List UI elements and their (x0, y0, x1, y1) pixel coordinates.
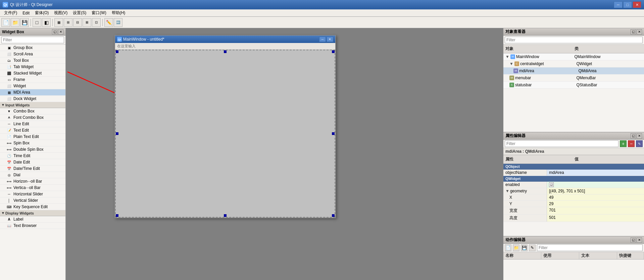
widget-item-double-spin-box[interactable]: ⟺ Double Spin Box (0, 146, 65, 153)
widget-item-dial[interactable]: ◎ Dial (0, 172, 65, 178)
toolbar-btn10[interactable]: ⊡ (92, 18, 101, 27)
widget-item-text-browser[interactable]: 📖 Text Browser (0, 223, 65, 229)
inspector-row-central[interactable]: ▼ C centralwidget QWidget (503, 60, 644, 67)
prop-row-geometry[interactable]: ▼ geometry [(49, 29), 701 x 501] (503, 188, 644, 194)
menu-help[interactable]: 帮助(H) (109, 9, 128, 16)
designer-canvas[interactable] (115, 50, 335, 218)
inspector-cell-mdi-class: QMdiArea (578, 68, 643, 74)
prop-value-y[interactable]: 29 (547, 201, 644, 207)
widget-item-date-edit[interactable]: 📅 Date Edit (0, 159, 65, 166)
widget-item-widget[interactable]: ⬜ Widget (0, 83, 65, 89)
qobject-label: QObject (505, 165, 520, 169)
widget-item-vscroll[interactable]: ⟺ Vertica···oll Bar (0, 185, 65, 191)
enabled-checkbox[interactable]: ☑ (549, 182, 554, 187)
toolbar-new[interactable]: 📄 (1, 18, 10, 27)
object-inspector-float[interactable]: ◱ (631, 29, 636, 35)
toolbar-btn6[interactable]: ▦ (54, 18, 63, 27)
prop-cat-qwidget[interactable]: QWidget (503, 176, 644, 182)
prop-cat-qobject[interactable]: QObject (503, 164, 644, 170)
menu-file[interactable]: 文件(F) (1, 9, 20, 16)
inspector-row-main[interactable]: ▼ M MainWindow QMainWindow (503, 53, 644, 60)
widget-item-label[interactable]: A Label (0, 216, 65, 223)
minimize-button[interactable]: ─ (614, 1, 623, 8)
widget-list: ▣ Group Box ⬜ Scroll Area 🗂 Tool Box 📑 T… (0, 45, 65, 280)
toolbar-btn8[interactable]: ⊟ (73, 18, 82, 27)
menu-edit[interactable]: Edit (20, 10, 32, 16)
action-editor-close[interactable]: ✕ (637, 237, 642, 243)
action-edit-btn[interactable]: ✎ (529, 244, 536, 251)
object-inspector-close[interactable]: ✕ (637, 29, 642, 35)
prop-row-height[interactable]: 高度 501 (503, 215, 644, 222)
action-open-btn[interactable]: 📁 (513, 244, 519, 251)
widget-item-hscroll[interactable]: ⟺ Horizon···oll Bar (0, 178, 65, 185)
prop-edit-button[interactable]: ✎ (636, 140, 643, 147)
prop-value-width[interactable]: 701 (547, 207, 644, 214)
widget-item-stacked-widget[interactable]: ⬛ Stacked Widget (0, 70, 65, 77)
prop-add-button[interactable]: + (620, 140, 627, 147)
menu-window[interactable]: 窗口(W) (89, 9, 109, 16)
prop-filter-input[interactable] (505, 140, 618, 147)
toolbar-btn9[interactable]: ⊠ (83, 18, 91, 27)
widget-item-plain-text-edit[interactable]: 📄 Plain Text Edit (0, 134, 65, 140)
widget-item-frame[interactable]: ▭ Frame (0, 77, 65, 83)
widget-item-vslider[interactable]: │ Vertical Slider (0, 197, 65, 204)
menu-form[interactable]: 窗体(O) (32, 9, 51, 16)
prop-row-enabled[interactable]: enabled ☑ (503, 182, 644, 188)
menu-view[interactable]: 视图(V) (51, 9, 70, 16)
menu-settings[interactable]: 设置(S) (70, 9, 89, 16)
prop-value-objectname[interactable]: mdiArea (547, 170, 644, 176)
widget-item-datetime-edit[interactable]: 📅 Date/Time Edit (0, 166, 65, 172)
action-editor-float[interactable]: ◱ (631, 237, 636, 243)
toolbar-save[interactable]: 💾 (20, 18, 29, 27)
toolbar-btn5[interactable]: ◧ (42, 18, 51, 27)
property-editor-close[interactable]: ✕ (637, 133, 642, 139)
inspector-row-mdi[interactable]: M mdiArea QMdiArea (503, 67, 644, 75)
toolbar-btn4[interactable]: □ (33, 18, 41, 27)
widget-item-spin-box[interactable]: ⟺ Spin Box (0, 140, 65, 146)
prop-value-x[interactable]: 49 (547, 194, 644, 200)
prop-name-geometry: ▼ geometry (503, 188, 547, 194)
prop-value-enabled[interactable]: ☑ (547, 182, 644, 188)
widget-item-font-combo-box[interactable]: A Font Combo Box (0, 114, 65, 121)
property-editor-float[interactable]: ◱ (631, 133, 636, 139)
toolbar-open[interactable]: 📁 (11, 18, 19, 27)
widget-box-float-button[interactable]: ◱ (52, 29, 57, 35)
action-new-btn[interactable]: 📄 (505, 244, 511, 251)
widget-item-group-box[interactable]: ▣ Group Box (0, 45, 65, 51)
widget-item-combo-box[interactable]: ▼ Combo Box (0, 108, 65, 114)
inspector-row-menu[interactable]: M menubar QMenuBar (503, 75, 644, 82)
prop-value-geometry[interactable]: [(49, 29), 701 x 501] (547, 188, 644, 194)
action-filter-input[interactable] (537, 244, 643, 251)
widget-item-dock-widget[interactable]: ⬜ Dock Widget (0, 96, 65, 102)
toolbar-btn11[interactable]: ✏️ (104, 18, 113, 27)
prop-row-y[interactable]: Y 29 (503, 201, 644, 207)
widget-item-key-seq[interactable]: ⌨ Key Sequence Edit (0, 204, 65, 210)
widget-item-scroll-area[interactable]: ⬜ Scroll Area (0, 51, 65, 57)
toolbar-btn12[interactable]: 🔤 (114, 18, 122, 27)
prop-row-width[interactable]: 宽度 701 (503, 207, 644, 215)
prop-row-objectname[interactable]: objectName mdiArea (503, 170, 644, 176)
widget-item-line-edit[interactable]: ─ Line Edit (0, 121, 65, 127)
close-button[interactable]: ✕ (633, 1, 641, 8)
maximize-button[interactable]: □ (623, 1, 632, 8)
inspector-row-status[interactable]: S statusbar QStatusBar (503, 82, 644, 89)
designer-minimize[interactable]: ─ (319, 37, 326, 42)
widget-item-time-edit[interactable]: 🕐 Time Edit (0, 153, 65, 159)
widget-item-mdi-area[interactable]: ▦ MDI Area (0, 89, 65, 96)
category-input-widgets[interactable]: ▾ Input Widgets (0, 102, 65, 108)
widget-box-close-button[interactable]: ✕ (58, 29, 63, 35)
widget-item-tool-box[interactable]: 🗂 Tool Box (0, 57, 65, 64)
action-save-btn[interactable]: 💾 (521, 244, 528, 251)
object-inspector-filter-input[interactable] (505, 37, 643, 43)
widget-item-tab-widget[interactable]: 📑 Tab Widget (0, 64, 65, 70)
widget-box-filter-input[interactable] (1, 37, 64, 43)
widget-item-text-edit[interactable]: 📝 Text Edit (0, 127, 65, 134)
widget-box-filter-box (0, 36, 65, 45)
category-display-widgets[interactable]: ▾ Display Widgets (0, 210, 65, 216)
designer-close[interactable]: ✕ (327, 37, 333, 42)
prop-row-x[interactable]: X 49 (503, 194, 644, 201)
prop-remove-button[interactable]: − (628, 140, 635, 147)
toolbar-btn7[interactable]: ⊞ (64, 18, 72, 27)
widget-item-hslider[interactable]: ─ Horizontal Slider (0, 191, 65, 197)
prop-value-height[interactable]: 501 (547, 215, 644, 222)
